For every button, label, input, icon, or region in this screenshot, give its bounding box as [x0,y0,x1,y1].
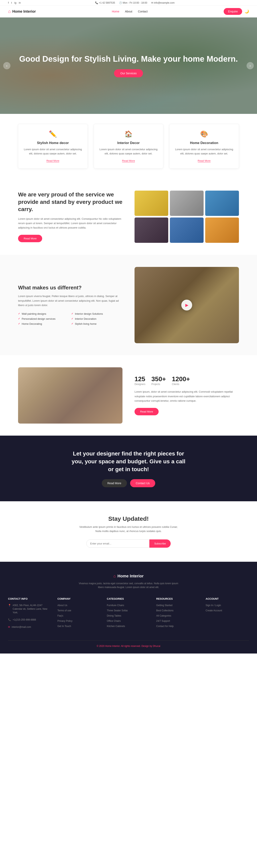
service-read-more-3[interactable]: Read More [198,159,211,162]
newsletter-title: Stay Updated! [8,515,249,522]
footer-support[interactable]: 24/7 Support [156,619,200,623]
pencil-icon: ✏️ [23,130,83,138]
footer-col-account: ACCOUNT Sign In / Login Create Account [205,597,249,632]
logo-icon: ⌂ [8,9,11,14]
service-title-3: Home Decoration [174,141,234,145]
theme-toggle-icon[interactable]: 🌙 [245,9,249,14]
footer-dining-tables[interactable]: Dining Tables [107,614,150,618]
stat-designers: 125 Designers [134,375,146,385]
footer-three-seater[interactable]: Three Seater Sofas [107,609,150,612]
service-read-more-2[interactable]: Read More [122,159,135,162]
our-services-button[interactable]: Our Services [114,69,143,77]
proud-section: We are very proud of the service we prov… [0,179,257,255]
subscribe-button[interactable]: Subscribe [149,539,171,548]
newsletter-desc: Vestibulum ante ipsum primis in faucibus… [78,525,179,533]
stats-read-more-button[interactable]: Read More [134,408,159,415]
service-title-2: Interior Decor [99,141,158,145]
footer-getting-started[interactable]: Getting Started [156,603,200,607]
footer-best-collections[interactable]: Best Collections [156,609,200,612]
footer-columns: CONTACT INFO 📍 #302, 5th Floor, ALHK-224… [8,597,249,632]
stat-clients: 1200+ Clients [172,375,190,385]
decoration-icon: 🎨 [174,130,234,138]
footer-faq[interactable]: Faq's [57,614,101,618]
footer-privacy[interactable]: Privacy Policy [57,619,101,623]
footer-contact-help[interactable]: Contact for Help [156,624,200,628]
stat-projects: 350+ Projects [151,375,166,385]
stats-section: 125 Designers 350+ Projects 1200+ Client… [0,355,257,436]
bookshelf-background: ▶ [134,267,239,343]
footer-signin[interactable]: Sign In / Login [205,603,249,607]
product-image-2 [170,191,203,216]
footer-col-company: COMPANY About Us Terms of use Faq's Priv… [57,597,101,632]
footer-desc: Vivamus magna justo, lacinia eget consec… [78,582,179,589]
footer-col-resources: RESOURCES Getting Started Best Collectio… [156,597,200,632]
footer-col-contact: CONTACT INFO 📍 #302, 5th Floor, ALHK-224… [8,597,52,632]
facebook-icon[interactable]: f [8,1,9,4]
footer-all-categories[interactable]: All Categories [156,614,200,618]
logo[interactable]: ⌂ Home Interior [8,9,36,14]
product-image-1 [134,191,168,216]
proud-text: We are very proud of the service we prov… [18,191,123,242]
service-card-3: 🎨 Home Decoration Lorem ipsum dolor sit … [169,124,239,168]
hero-section: ‹ Good Design for Stylish Living. Make y… [0,18,257,114]
cta-section: Let your designer find the right pieces … [0,436,257,501]
newsletter-form: Subscribe [86,539,171,548]
instagram-icon[interactable]: ig [14,1,16,4]
nav-about[interactable]: About [125,10,132,13]
cta-contact-button[interactable]: Contact Us [130,479,155,487]
feature-4: Interior Decoration [71,317,123,320]
proud-read-more-button[interactable]: Read More [18,235,42,242]
services-section: ✏️ Stylish Home decor Lorem ipsum dolor … [0,114,257,179]
stats-image [18,367,123,424]
top-bar: f t ig in 📞 +1 42 5897535 🕐 Mon - Fri 10… [0,0,257,6]
hours-info: 🕐 Mon - Fri 10:00 - 18:00 [119,1,147,4]
stat-projects-value: 350+ [151,375,166,383]
service-desc-1: Lorem ipsum dolor sit amet consectetur a… [23,147,83,156]
product-image-6 [205,217,239,243]
footer-create-account[interactable]: Create Account [205,609,249,612]
footer-contact-title: CONTACT INFO [8,597,52,600]
footer-kitchen-cabinets[interactable]: Kitchen Cabinets [107,624,150,628]
header: ⌂ Home Interior Home About Contact Enqui… [0,6,257,18]
cta-title: Let your designer find the right pieces … [68,450,189,473]
proud-title: We are very proud of the service we prov… [18,191,123,213]
footer-logo-icon: ⌂ [114,574,116,579]
nav-contact[interactable]: Contact [138,10,148,13]
social-links[interactable]: f t ig in [8,1,21,4]
service-read-more-1[interactable]: Read More [46,159,59,162]
email-input[interactable] [86,539,149,548]
footer-terms[interactable]: Terms of use [57,609,101,612]
different-section: What makes us different? Lorem ipsum viv… [0,255,257,355]
footer-resources-title: RESOURCES [156,597,200,600]
twitter-icon[interactable]: t [11,1,12,4]
footer-phone: 📞 +1(215-255-999-8888 [8,618,52,623]
service-desc-3: Lorem ipsum dolor sit amet consectetur a… [174,147,234,156]
main-nav: Home About Contact [112,10,148,13]
footer-office-chairs[interactable]: Office Chairs [107,619,150,623]
proud-desc: Lorem ipsum dolor sit amet consectetur a… [18,217,123,230]
designer-name: Dhucai [153,645,160,648]
footer-col-categories: CATEGORIES Furniture Chairs Three Seater… [107,597,150,632]
nav-home[interactable]: Home [112,10,119,13]
different-desc: Lorem ipsum viverra feugiat. Pellen tesq… [18,294,123,307]
play-button[interactable]: ▶ [181,300,192,310]
email-info: ✉ info@example.com [151,1,174,4]
newsletter-section: Stay Updated! Vestibulum ante ipsum prim… [0,501,257,562]
enquire-button[interactable]: Enquire [224,8,242,15]
hero-prev-button[interactable]: ‹ [3,62,10,69]
stats-desc: Lorem ipsum, dolor sit amet consectetur … [134,390,239,403]
phone-icon: 📞 [8,618,11,621]
linkedin-icon[interactable]: in [19,1,21,4]
stats-inner: 125 Designers 350+ Projects 1200+ Client… [18,367,239,424]
product-image-3 [205,191,239,216]
footer-about-us[interactable]: About Us [57,603,101,607]
footer-furniture-chairs[interactable]: Furniture Chairs [107,603,150,607]
footer-get-in-touch[interactable]: Get In Touch [57,624,101,628]
cta-read-more-button[interactable]: Read More [102,479,127,487]
stat-designers-label: Designers [134,383,146,385]
different-title: What makes us different? [18,285,123,291]
hero-next-button[interactable]: › [247,62,254,69]
footer-logo-name: Home Interior [118,574,143,579]
product-image-5 [170,217,203,243]
hero-title: Good Design for Stylish Living. Make you… [19,54,238,64]
